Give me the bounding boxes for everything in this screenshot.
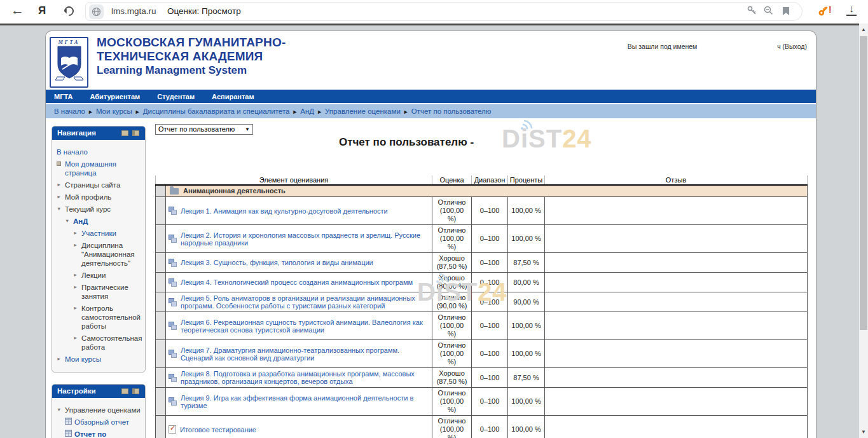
item-name-cell: Лекция 7. Драматургия анимационно-театра… <box>166 340 432 368</box>
browser-toolbar: ← Я lms.mgta.ru Оценки: Просмотр ! ↓ <box>0 0 868 24</box>
expand-icon[interactable]: ► <box>73 334 81 352</box>
sidebar-item-label[interactable]: Отчет по пользователю <box>74 430 141 438</box>
settings-block: Настройки ▼Управление оценкамиОбзорный о… <box>52 384 146 438</box>
indent-cell <box>156 185 166 197</box>
report-icon <box>65 418 72 425</box>
password-key-icon[interactable] <box>747 5 757 18</box>
sidebar-item-label[interactable]: Обзорный отчет <box>74 418 129 427</box>
sidebar-item: Моя домашняя страница <box>57 160 141 177</box>
breadcrumb: В начало►Мои курсы►Дисциплины бакалавриа… <box>46 104 816 118</box>
dock-block-icon[interactable] <box>132 388 139 394</box>
breadcrumb-separator-icon: ► <box>403 109 409 115</box>
grade-word: Отлично <box>435 417 469 425</box>
grade-item-row: Лекция 7. Драматургия анимационно-театра… <box>156 340 808 368</box>
item-name-cell: Лекция 4. Технологический процесс создан… <box>166 273 432 292</box>
url-text[interactable]: lms.mgta.ru <box>111 6 156 16</box>
breadcrumb-link[interactable]: Мои курсы <box>96 107 132 115</box>
breadcrumb-link[interactable]: Отчет по пользователю <box>411 107 492 115</box>
bookmark-icon[interactable] <box>783 7 789 15</box>
browser-scrollbar[interactable]: ▲ ▼ <box>859 24 868 438</box>
breadcrumb-link[interactable]: АнД <box>300 107 314 115</box>
grade-item-link[interactable]: Лекция 3. Сущность, функция, типология и… <box>181 259 373 266</box>
grade-item-link[interactable]: Итоговое тестирование <box>180 426 256 434</box>
item-name-cell: Итоговое тестирование <box>166 416 432 438</box>
downloads-icon[interactable]: ↓ <box>846 3 857 16</box>
breadcrumb-separator-icon: ► <box>292 109 298 115</box>
grade-word: Отлично <box>435 294 469 302</box>
grade-item-row: Лекция 8. Подготовка и разработка анимац… <box>156 368 808 388</box>
breadcrumb-link[interactable]: Управление оценками <box>325 107 401 115</box>
breadcrumb-separator-icon: ► <box>88 109 93 115</box>
sidebar-item-label: Лекции <box>81 271 106 280</box>
category-label: Анимационная деятельность <box>183 187 286 195</box>
scroll-down-icon[interactable]: ▼ <box>859 428 868 437</box>
lesson-icon <box>169 350 177 358</box>
range-cell: 0–100 <box>472 340 508 368</box>
address-bar[interactable]: lms.mgta.ru Оценки: Просмотр <box>85 2 803 21</box>
nav-item[interactable]: Студентам <box>157 93 195 100</box>
back-icon[interactable]: ← <box>11 3 24 18</box>
collapse-icon[interactable]: ▼ <box>65 217 73 226</box>
collapse-block-icon[interactable] <box>121 388 128 394</box>
scroll-up-icon[interactable]: ▲ <box>859 25 868 34</box>
expand-icon[interactable]: ► <box>57 193 65 202</box>
sidebar-item-label: Самостоятельная работа <box>81 334 142 352</box>
refresh-icon[interactable] <box>62 4 76 18</box>
item-name-cell: Лекция 3. Сущность, функция, типология и… <box>166 253 432 273</box>
scrollbar-thumb[interactable] <box>860 36 867 330</box>
collapse-icon[interactable]: ▼ <box>57 406 65 414</box>
expand-icon[interactable]: ► <box>73 229 81 238</box>
sidebar-item-label: Контроль самостоятельной работы <box>81 304 141 331</box>
percent-cell: 100,00 % <box>508 312 545 340</box>
collapse-icon[interactable]: ▼ <box>57 205 65 214</box>
report-page-title: Отчет по пользователю - <box>155 136 658 149</box>
site-globe-icon[interactable] <box>89 4 104 19</box>
password-alert-key-icon[interactable] <box>818 5 829 19</box>
yandex-browser-icon[interactable]: Я <box>38 4 46 17</box>
sidebar-item: Отчет по пользователю <box>65 430 141 438</box>
sidebar-item-label[interactable]: Моя домашняя страница <box>65 160 141 177</box>
percent-cell: 80,00 % <box>508 273 545 292</box>
range-cell: 0–100 <box>472 292 508 312</box>
dock-block-icon[interactable] <box>132 130 139 136</box>
expand-icon[interactable]: ► <box>73 304 81 331</box>
grade-item-link[interactable]: Лекция 4. Технологический процесс создан… <box>181 278 413 286</box>
expand-icon[interactable]: ► <box>73 271 81 280</box>
breadcrumb-link[interactable]: В начало <box>54 107 85 115</box>
grade-item-link[interactable]: Лекция 2. История и хронология массовых … <box>181 231 429 247</box>
sidebar-item-label[interactable]: АнД <box>73 217 88 226</box>
sidebar-item: ▼Управление оценками <box>57 406 141 414</box>
grade-item-link[interactable]: Лекция 7. Драматургия анимационно-театра… <box>181 346 429 362</box>
nav-item[interactable]: Аспирантам <box>212 93 254 100</box>
sidebar-item-label[interactable]: В начало <box>57 147 88 156</box>
page-title-text: Оценки: Просмотр <box>167 6 241 16</box>
expand-icon[interactable]: ► <box>57 181 65 189</box>
grade-item-link[interactable]: Лекция 5. Роль аниматоров в организации … <box>181 294 429 310</box>
nav-item[interactable]: МГТА <box>54 93 72 100</box>
grade-item-link[interactable]: Лекция 9. Игра как эффективная форма ани… <box>181 394 429 409</box>
indent-cell <box>156 273 166 292</box>
wifi-arcs-icon <box>520 117 536 130</box>
sidebar-item-label[interactable]: Участники <box>81 229 116 238</box>
collapse-block-icon[interactable] <box>121 130 128 136</box>
category-cell: Анимационная деятельность <box>166 185 808 197</box>
sidebar-item: ►Мой профиль <box>57 193 141 202</box>
expand-icon[interactable]: ► <box>73 241 81 268</box>
find-zoom-icon[interactable] <box>763 5 774 18</box>
sidebar-item-label[interactable]: Мои курсы <box>65 355 101 364</box>
lesson-icon <box>169 374 177 382</box>
report-type-select[interactable]: Отчет по пользователю ▼ <box>155 124 253 135</box>
grade-item-link[interactable]: Лекция 8. Подготовка и разработка анимац… <box>181 370 429 385</box>
logout-link[interactable]: ч (Выход) <box>777 43 807 50</box>
percent-cell: 100,00 % <box>508 388 545 416</box>
grade-item-link[interactable]: Лекция 6. Рекреационная сущность туристс… <box>181 318 429 334</box>
grade-item-link[interactable]: Лекция 1. Анимация как вид культурно-дос… <box>181 207 388 215</box>
lms-subtitle: Learning Managment System <box>97 64 286 77</box>
expand-icon[interactable]: ► <box>57 355 65 364</box>
breadcrumb-link[interactable]: Дисциплины бакалавриата и специалитета <box>143 107 290 115</box>
sidebar-item-label: Мой профиль <box>65 193 111 202</box>
expand-icon[interactable]: ► <box>73 283 81 301</box>
grade-item-row: Итоговое тестированиеОтлично(100,00 %)0–… <box>156 416 808 438</box>
grade-percent: (100,00 %) <box>435 207 469 223</box>
nav-item[interactable]: Абитуриентам <box>90 93 140 100</box>
